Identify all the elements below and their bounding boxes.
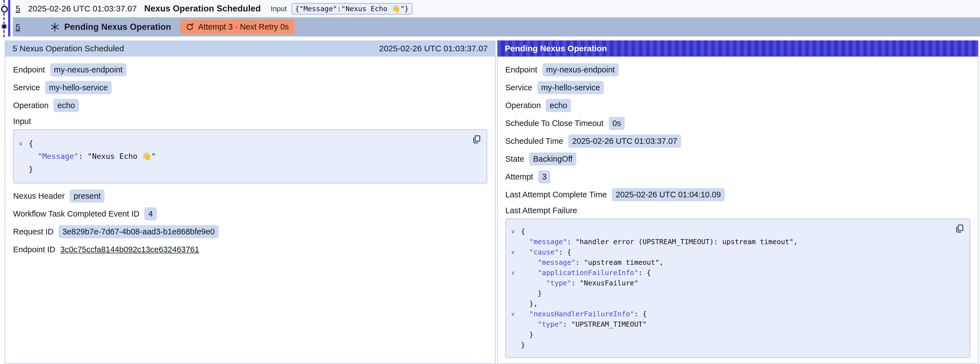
json-line: "type": "UPSTREAM_TIMEOUT": [511, 319, 963, 329]
collapse-chevron-icon: [511, 288, 521, 299]
detail-field-row: Workflow Task Completed Event ID 4: [13, 208, 487, 220]
json-line: }: [511, 340, 963, 350]
event-id-link[interactable]: 5: [16, 22, 20, 32]
json-line: "type": "NexusFailure": [511, 278, 963, 288]
collapse-chevron-icon: [19, 163, 29, 176]
json-line: }: [19, 163, 479, 176]
collapse-chevron-icon[interactable]: ∨: [19, 137, 29, 150]
attempt-badge-label: Attempt 3 · Next Retry 0s: [198, 22, 289, 32]
detail-field-row: Endpoint my-nexus-endpoint: [13, 63, 487, 77]
collapse-chevron-icon: [511, 236, 521, 247]
field-label: Endpoint: [505, 65, 537, 74]
field-label: Request ID: [13, 227, 54, 236]
json-code: }: [521, 340, 525, 350]
attempt-retry-badge: Attempt 3 · Next Retry 0s: [180, 20, 294, 34]
pending-panel-header: Pending Nexus Operation: [498, 40, 978, 57]
json-code: {: [521, 226, 525, 236]
pending-operation-panel: Pending Nexus Operation Endpoint my-nexu…: [497, 40, 978, 364]
field-value: BackingOff: [529, 152, 576, 166]
detail-field-row: Endpoint ID 3c0c75ccfa8144b092c13ce63246…: [13, 243, 487, 256]
field-value: my-nexus-endpoint: [542, 63, 619, 77]
field-label: Endpoint: [13, 65, 45, 74]
json-code: "type": "UPSTREAM_TIMEOUT": [521, 319, 647, 329]
event-id-link[interactable]: 5: [16, 4, 20, 13]
event-row-pending-nexus-operation[interactable]: 5 Pending Nexus Operation Attempt 3 · Ne…: [13, 17, 980, 37]
refresh-icon: [186, 22, 194, 31]
endpoint-id-link[interactable]: 3c0c75ccfa8144b092c13ce632463761: [60, 245, 199, 254]
detail-field-row: State BackingOff: [505, 152, 970, 166]
json-code: "cause": {: [521, 247, 571, 257]
field-value: present: [70, 190, 105, 203]
detail-field-row: Last Attempt Complete Time 2025-02-26 UT…: [505, 188, 970, 201]
json-line: "message": "upstream timeout",: [511, 257, 963, 268]
json-line: ∨ {: [511, 226, 963, 236]
detail-field-row: Nexus Header present: [13, 190, 487, 203]
detail-field-row: Endpoint my-nexus-endpoint: [505, 63, 970, 77]
collapse-chevron-icon: [511, 278, 521, 288]
collapse-chevron-icon: [511, 299, 521, 309]
field-label: Schedule To Close Timeout: [505, 119, 604, 128]
json-code: }: [521, 288, 542, 299]
detail-field-row: Request ID 3e829b7e-7d67-4b08-aad3-b1e86…: [13, 225, 487, 238]
field-label: Last Attempt Complete Time: [505, 190, 607, 199]
filled-circle-icon: [1, 23, 7, 30]
json-code: "message": "upstream timeout",: [521, 257, 663, 268]
panel-timestamp: 2025-02-26 UTC 01:03:37.07: [379, 44, 488, 53]
field-value: 4: [144, 208, 157, 220]
field-value: 2025-02-26 UTC 01:04:10.09: [612, 188, 725, 201]
panel-title: Pending Nexus Operation: [505, 44, 607, 53]
detail-field-row: Service my-hello-service: [13, 81, 487, 94]
json-line: }: [511, 288, 963, 299]
input-payload-chip[interactable]: {"Message":"Nexus Echo 👋"}: [291, 3, 412, 14]
field-value: my-hello-service: [537, 81, 604, 94]
field-label: Operation: [505, 101, 541, 110]
detail-field-row: Schedule To Close Timeout 0s: [505, 117, 970, 130]
field-label: Operation: [13, 101, 48, 110]
json-line: ∨ {: [19, 137, 479, 150]
input-block-label: Input: [13, 117, 487, 126]
json-code: }: [29, 163, 33, 176]
detail-field-row: Operation echo: [13, 99, 487, 112]
copy-icon[interactable]: [955, 224, 965, 233]
detail-field-row: Scheduled Time 2025-02-26 UTC 01:03:37.0…: [505, 135, 970, 148]
collapse-chevron-icon: [511, 319, 521, 329]
field-value: my-nexus-endpoint: [50, 63, 127, 77]
json-code: }: [521, 329, 533, 340]
collapse-chevron-icon[interactable]: ∨: [511, 309, 521, 319]
json-line: ∨ "applicationFailureInfo": {: [511, 268, 963, 278]
collapse-chevron-icon: [511, 257, 521, 268]
copy-icon[interactable]: [472, 134, 482, 144]
field-label: Scheduled Time: [505, 137, 563, 146]
scheduled-panel-header: 5 Nexus Operation Scheduled 2025-02-26 U…: [5, 40, 495, 57]
collapse-chevron-icon[interactable]: ∨: [511, 268, 521, 278]
json-code: "Message": "Nexus Echo 👋": [29, 150, 156, 163]
field-label: Nexus Header: [13, 192, 65, 201]
json-code: "type": "NexusFailure": [521, 278, 638, 288]
field-value: 3: [538, 170, 550, 184]
field-value: 3e829b7e-7d67-4b08-aad3-b1e868bfe9e0: [59, 225, 219, 238]
panel-title: 5 Nexus Operation Scheduled: [13, 44, 124, 53]
failure-block-label: Last Attempt Failure: [505, 206, 970, 215]
detail-field-row: Operation echo: [505, 99, 970, 112]
json-code: },: [521, 299, 538, 309]
json-code: "applicationFailureInfo": {: [521, 268, 651, 278]
event-title: Nexus Operation Scheduled: [144, 4, 261, 14]
field-value: my-hello-service: [45, 81, 112, 94]
collapse-chevron-icon[interactable]: ∨: [511, 247, 521, 257]
json-line: "Message": "Nexus Echo 👋": [19, 150, 479, 163]
field-value: echo: [546, 99, 571, 112]
open-circle-icon: [1, 6, 8, 13]
timeline-active-bar: [8, 0, 10, 37]
scheduled-event-panel: 5 Nexus Operation Scheduled 2025-02-26 U…: [5, 40, 496, 364]
json-line: }: [511, 329, 963, 340]
collapse-chevron-icon: [511, 340, 521, 350]
field-label: State: [505, 155, 524, 164]
event-row-nexus-operation-scheduled[interactable]: 5 2025-02-26 UTC 01:03:37.07 Nexus Opera…: [13, 0, 980, 17]
event-timeline: [0, 0, 13, 37]
event-detail-panels: 5 Nexus Operation Scheduled 2025-02-26 U…: [5, 40, 978, 364]
field-label: Service: [505, 83, 532, 92]
field-value: echo: [54, 99, 79, 112]
json-code: {: [29, 137, 33, 150]
field-value: 2025-02-26 UTC 01:03:37.07: [568, 135, 681, 148]
collapse-chevron-icon[interactable]: ∨: [511, 226, 521, 236]
